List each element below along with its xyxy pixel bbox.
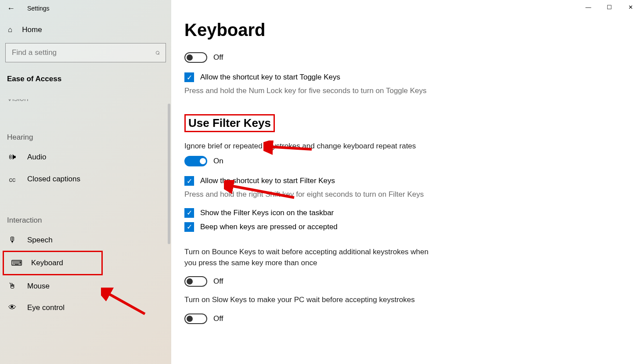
scrollbar[interactable] (168, 104, 170, 244)
sidebar-item-home[interactable]: ⌂ Home (0, 17, 171, 43)
checkbox-show-filter-icon[interactable]: ✓ (184, 208, 194, 218)
close-button[interactable]: ✕ (620, 0, 641, 14)
show-filter-icon-label: Show the Filter Keys icon on the taskbar (200, 209, 334, 217)
sidebar-item-keyboard[interactable]: ⌨ Keyboard (3, 251, 103, 275)
filter-keys-state: On (213, 157, 223, 166)
filter-keys-hint: Press and hold the right Shift key for e… (184, 189, 430, 200)
sidebar-item-label: Closed captions (27, 175, 80, 184)
category-title: Ease of Access (0, 75, 171, 83)
search-icon: ⌕ (155, 48, 160, 57)
group-hearing: Hearing (0, 123, 167, 146)
search-wrap: ⌕ (5, 43, 166, 62)
toggle-slow-keys[interactable] (184, 314, 207, 324)
sidebar-scroll[interactable]: Vision Hearing 🕪 Audio ㏄ Closed captions… (0, 99, 167, 364)
sidebar: ← Settings ⌂ Home ⌕ Ease of Access Visio… (0, 0, 171, 364)
sidebar-item-label: Speech (27, 236, 53, 245)
search-input[interactable] (5, 43, 166, 62)
sidebar-item-label: Eye control (27, 303, 65, 312)
main: — ☐ ✕ Keyboard Off ✓ Allow the shortcut … (171, 0, 641, 364)
titlebar: ← Settings (0, 0, 171, 17)
cc-icon: ㏄ (7, 174, 18, 184)
maximize-icon: ☐ (607, 4, 612, 11)
audio-icon: 🕪 (7, 152, 18, 162)
checkbox-beep[interactable]: ✓ (184, 222, 194, 232)
minimize-button[interactable]: — (578, 0, 599, 14)
sidebar-item-label: Audio (27, 153, 46, 162)
allow-toggle-keys-label: Allow the shortcut key to start Toggle K… (200, 73, 340, 82)
sidebar-item-eye-control[interactable]: 👁 Eye control (0, 297, 167, 318)
window-title: Settings (27, 5, 50, 12)
checkbox-allow-filter-keys-shortcut[interactable]: ✓ (184, 176, 194, 186)
bounce-keys-state: Off (213, 277, 223, 286)
bounce-keys-desc: Turn on Bounce Keys to wait before accep… (184, 247, 430, 268)
keyboard-icon: ⌨ (11, 258, 22, 268)
toggle-keys-state: Off (213, 53, 223, 62)
sidebar-item-mouse[interactable]: 🖱 Mouse (0, 275, 167, 297)
back-icon[interactable]: ← (7, 4, 15, 13)
sidebar-item-speech[interactable]: 🎙 Speech (0, 229, 167, 251)
filter-keys-desc: Ignore brief or repeated keystrokes and … (184, 141, 430, 152)
checkbox-allow-toggle-keys-shortcut[interactable]: ✓ (184, 72, 194, 82)
toggle-toggle-keys[interactable] (184, 52, 207, 63)
mic-icon: 🎙 (7, 235, 18, 245)
cut-vision: Vision (0, 99, 167, 103)
allow-filter-keys-label: Allow the shortcut key to start Filter K… (200, 177, 335, 185)
toggle-bounce-keys[interactable] (184, 276, 207, 287)
beep-label: Beep when keys are pressed or accepted (200, 223, 338, 231)
eye-icon: 👁 (7, 303, 18, 312)
slow-keys-desc: Turn on Slow Keys to make your PC wait b… (184, 295, 430, 306)
page-title: Keyboard (184, 20, 474, 40)
sidebar-item-audio[interactable]: 🕪 Audio (0, 146, 167, 168)
toggle-keys-hint: Press and hold the Num Lock key for five… (184, 86, 430, 97)
minimize-icon: — (586, 4, 591, 11)
mouse-icon: 🖱 (7, 281, 18, 291)
close-icon: ✕ (628, 4, 633, 11)
sidebar-item-closed-captions[interactable]: ㏄ Closed captions (0, 168, 167, 191)
maximize-button[interactable]: ☐ (599, 0, 620, 14)
window-controls: — ☐ ✕ (578, 0, 641, 14)
sidebar-item-label: Keyboard (31, 259, 63, 267)
home-icon: ⌂ (8, 25, 12, 34)
page-content: Keyboard Off ✓ Allow the shortcut key to… (171, 0, 487, 324)
sidebar-item-label: Mouse (27, 282, 50, 291)
slow-keys-state: Off (213, 314, 223, 323)
filter-keys-heading: Use Filter Keys (184, 114, 275, 132)
home-label: Home (22, 25, 42, 34)
toggle-filter-keys[interactable] (184, 156, 207, 166)
group-interaction: Interaction (0, 206, 167, 229)
